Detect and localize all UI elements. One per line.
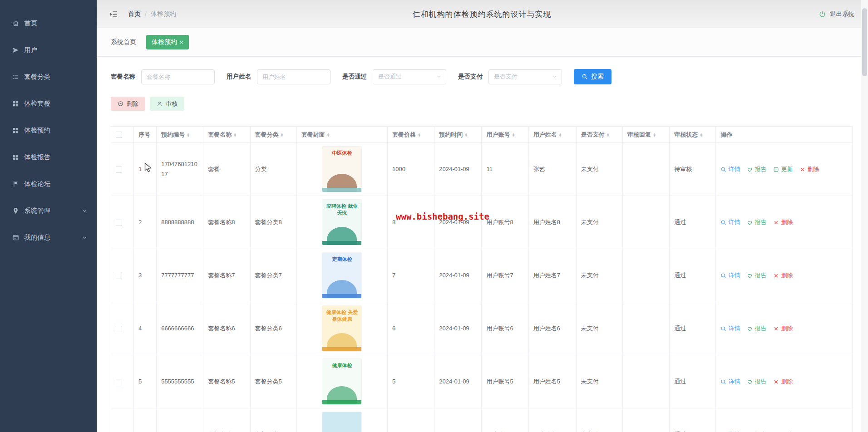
cell-package_name: 套餐 xyxy=(208,166,220,172)
op-report-link[interactable]: 报告 xyxy=(747,270,766,280)
sidebar-item-1[interactable]: 用户 xyxy=(0,37,97,64)
package-cover-image: 应聘体检 就业无忧 xyxy=(322,200,361,245)
row-checkbox[interactable] xyxy=(116,220,122,226)
package-cover-image: 健康体检 xyxy=(322,359,361,404)
cell-time: 2024-01-09 xyxy=(439,325,469,332)
scrollbar-thumb[interactable] xyxy=(862,8,867,76)
op-label: 删除 xyxy=(781,430,793,432)
sort-caret-icon[interactable]: ▲▼ xyxy=(700,133,703,137)
sort-caret-icon[interactable]: ▲▼ xyxy=(607,133,610,137)
column-label: 用户账号 xyxy=(486,131,510,138)
row-actions: 详情报告删除 xyxy=(720,430,829,432)
breadcrumb-home[interactable]: 首页 xyxy=(128,10,141,18)
filter-input-0[interactable] xyxy=(141,69,215,84)
collapse-sidebar-icon[interactable] xyxy=(109,10,118,19)
sidebar-item-3[interactable]: 体检套餐 xyxy=(0,90,97,117)
row-checkbox[interactable] xyxy=(116,326,122,332)
sort-caret-icon[interactable]: ▲▼ xyxy=(418,133,421,137)
op-detail-link[interactable]: 详情 xyxy=(720,377,740,387)
sort-caret-icon[interactable]: ▲▼ xyxy=(559,133,562,137)
row-checkbox[interactable] xyxy=(116,379,122,385)
select-all-checkbox[interactable] xyxy=(116,132,122,138)
sort-caret-icon[interactable]: ▲▼ xyxy=(464,133,468,137)
row-actions: 详情报告删除 xyxy=(720,217,829,227)
column-header-price[interactable]: 套餐价格▲▼ xyxy=(388,127,434,143)
sidebar-item-4[interactable]: 体检预约 xyxy=(0,117,97,144)
close-icon[interactable]: × xyxy=(180,39,183,45)
op-report-link[interactable]: 报告 xyxy=(747,377,766,387)
cell-paid: 未支付 xyxy=(581,378,599,385)
op-delete-link[interactable]: 删除 xyxy=(773,430,793,432)
sidebar-item-2[interactable]: 套餐分类 xyxy=(0,64,97,90)
chevron-down-icon xyxy=(436,74,442,79)
filter-input-1[interactable] xyxy=(257,69,330,84)
magnifier-icon xyxy=(720,326,726,332)
op-delete-link[interactable]: 删除 xyxy=(773,324,793,334)
op-label: 删除 xyxy=(781,270,793,280)
search-button[interactable]: 搜索 xyxy=(574,69,612,84)
sidebar-item-0[interactable]: 首页 xyxy=(0,10,97,37)
bookings-table: 序号预约编号▲▼套餐名称▲▼套餐分类▲▼套餐封面▲▼套餐价格▲▼预约时间▲▼用户… xyxy=(111,126,853,432)
column-header-package_name[interactable]: 套餐名称▲▼ xyxy=(203,127,250,143)
magnifier-icon xyxy=(720,273,726,279)
tab-0[interactable]: 系统首页 xyxy=(111,38,136,46)
cell-paid: 未支付 xyxy=(581,219,599,226)
sidebar-item-7[interactable]: 系统管理 xyxy=(0,197,97,224)
heart-icon xyxy=(747,379,753,385)
row-actions: 详情报告更新删除 xyxy=(720,164,829,174)
column-header-time[interactable]: 预约时间▲▼ xyxy=(434,127,482,143)
sort-caret-icon[interactable]: ▲▼ xyxy=(653,133,656,137)
op-delete-link[interactable]: 删除 xyxy=(773,377,793,387)
sort-caret-icon[interactable]: ▲▼ xyxy=(233,133,237,137)
sort-caret-icon[interactable]: ▲▼ xyxy=(187,133,190,137)
filter-label-3: 是否支付 xyxy=(458,73,483,81)
op-delete-link[interactable]: 删除 xyxy=(773,270,793,280)
audit-button[interactable]: 审核 xyxy=(150,97,184,111)
column-header-paid[interactable]: 是否支付▲▼ xyxy=(576,127,622,143)
column-header-cover[interactable]: 套餐封面▲▼ xyxy=(296,127,387,143)
op-label: 删除 xyxy=(781,217,793,227)
op-label: 详情 xyxy=(728,164,740,174)
row-checkbox[interactable] xyxy=(116,167,122,173)
op-detail-link[interactable]: 详情 xyxy=(720,217,740,227)
column-header-username[interactable]: 用户姓名▲▼ xyxy=(528,127,576,143)
op-label: 报告 xyxy=(755,377,766,387)
op-report-link[interactable]: 报告 xyxy=(747,324,766,334)
op-report-link[interactable]: 报告 xyxy=(747,164,766,174)
cover-title: 健康体检 xyxy=(322,359,361,369)
op-delete-link[interactable]: 删除 xyxy=(773,217,793,227)
sidebar-item-6[interactable]: 体检论坛 xyxy=(0,171,97,197)
op-detail-link[interactable]: 详情 xyxy=(720,164,740,174)
row-checkbox[interactable] xyxy=(116,273,122,279)
sidebar-item-8[interactable]: 我的信息 xyxy=(0,224,97,251)
scrollbar-track[interactable] xyxy=(861,0,868,432)
filter-select-3[interactable]: 是否支付 xyxy=(488,69,562,84)
cell-num: 5 xyxy=(138,378,142,385)
cell-num: 2 xyxy=(138,219,142,226)
table-header-row: 序号预约编号▲▼套餐名称▲▼套餐分类▲▼套餐封面▲▼套餐价格▲▼预约时间▲▼用户… xyxy=(111,127,853,143)
op-report-link[interactable]: 报告 xyxy=(747,217,766,227)
sort-caret-icon[interactable]: ▲▼ xyxy=(327,133,330,137)
op-delete-link[interactable]: 删除 xyxy=(799,164,819,174)
delete-button[interactable]: 删除 xyxy=(111,97,145,111)
sort-caret-icon[interactable]: ▲▼ xyxy=(281,133,284,137)
logout-button[interactable]: 退出系统 xyxy=(673,10,854,18)
sidebar-item-5[interactable]: 体检报告 xyxy=(0,144,97,171)
op-report-link[interactable]: 报告 xyxy=(747,430,766,432)
column-header-reply[interactable]: 审核回复▲▼ xyxy=(623,127,670,143)
package-cover-image: 健康体检 关爱身体健康 xyxy=(322,306,361,351)
filter-select-2[interactable]: 是否通过 xyxy=(373,69,446,84)
power-icon xyxy=(819,10,826,18)
column-header-status[interactable]: 审核状态▲▼ xyxy=(670,127,716,143)
package-cover-image: 定期体检 xyxy=(322,253,361,298)
op-detail-link[interactable]: 详情 xyxy=(720,270,740,280)
sort-caret-icon[interactable]: ▲▼ xyxy=(512,133,515,137)
tab-1[interactable]: 体检预约× xyxy=(146,35,189,49)
op-detail-link[interactable]: 详情 xyxy=(720,324,740,334)
column-label: 序号 xyxy=(138,131,150,138)
column-header-account[interactable]: 用户账号▲▼ xyxy=(482,127,528,143)
op-detail-link[interactable]: 详情 xyxy=(720,430,740,432)
column-header-package_category[interactable]: 套餐分类▲▼ xyxy=(250,127,296,143)
column-header-booking_id[interactable]: 预约编号▲▼ xyxy=(157,127,203,143)
op-update-link[interactable]: 更新 xyxy=(773,164,793,174)
